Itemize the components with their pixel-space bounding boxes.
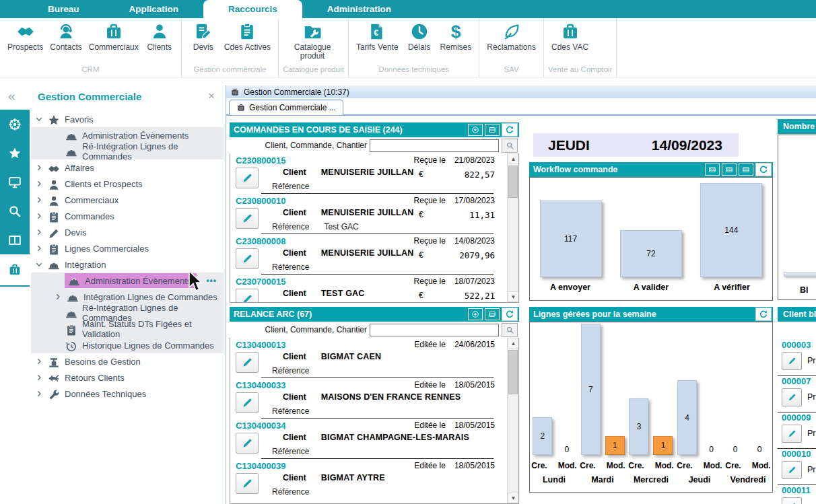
ribbon-button-tarifs-vente[interactable]: €Tarifs Vente xyxy=(353,22,402,52)
edit-client-button[interactable] xyxy=(782,497,802,504)
grid-view-button[interactable] xyxy=(705,164,720,176)
tree-item-historique-lignes-de-commandes[interactable]: Historique Lignes de Commandes xyxy=(31,337,224,353)
activity-monitor[interactable] xyxy=(0,168,30,196)
order-id-link[interactable]: C130400034 xyxy=(236,421,285,431)
chevron-right-icon[interactable] xyxy=(54,293,66,301)
client-id-link[interactable]: 000010 xyxy=(782,449,811,459)
edit-order-button[interactable] xyxy=(236,352,259,373)
ribbon-button-catalogue-produit[interactable]: Catalogue produit xyxy=(283,22,342,61)
chevron-right-icon[interactable] xyxy=(35,390,47,398)
tree-item-lignes-commerciales[interactable]: Lignes Commerciales xyxy=(31,240,224,256)
ribbon-button-reclamations[interactable]: Reclamations xyxy=(483,22,539,52)
refresh-button[interactable] xyxy=(502,308,518,321)
scrollbar-thumb[interactable] xyxy=(508,166,518,198)
chevron-right-icon[interactable] xyxy=(35,244,47,252)
bar-a-envoyer[interactable]: 117 xyxy=(540,201,602,277)
ribbon-button-remises[interactable]: $Remises xyxy=(437,22,475,52)
refresh-button[interactable] xyxy=(502,123,518,137)
bar-mercredi-mod[interactable]: 1 xyxy=(653,436,673,455)
edit-order-button[interactable] xyxy=(236,433,259,454)
edit-order-button[interactable] xyxy=(236,248,259,269)
scrollbar[interactable]: ▲ ▼ xyxy=(507,338,518,503)
ribbon-button-cdes-actives[interactable]: Cdes Actives xyxy=(221,22,274,52)
search-button[interactable] xyxy=(502,323,518,337)
ribbon-button-devis[interactable]: Devis xyxy=(186,22,221,52)
client-id-link[interactable]: 000011 xyxy=(782,485,811,495)
activity-search[interactable] xyxy=(0,196,30,225)
scroll-down-icon[interactable]: ▼ xyxy=(508,291,519,302)
chevron-right-icon[interactable] xyxy=(35,164,47,172)
grid-view-button[interactable] xyxy=(485,308,500,320)
activity-star[interactable] xyxy=(0,139,30,168)
edit-client-button[interactable] xyxy=(782,388,802,406)
chevron-right-icon[interactable] xyxy=(35,228,47,236)
tree-item-retours-clients[interactable]: Retours Clients xyxy=(31,369,224,386)
grid-view-button[interactable] xyxy=(485,124,500,136)
client-id-link[interactable]: 000003 xyxy=(782,340,811,350)
order-id-link[interactable]: C230800015 xyxy=(236,155,285,166)
ribbon-tab-administration[interactable]: Administration xyxy=(302,0,416,18)
bar-mardi-mod[interactable]: 1 xyxy=(605,436,625,455)
edit-client-button[interactable] xyxy=(782,461,802,479)
chevron-right-icon[interactable] xyxy=(35,196,47,204)
more-options-icon[interactable]: ••• xyxy=(206,276,217,285)
chevron-down-icon[interactable] xyxy=(35,260,47,268)
ribbon-button-clients[interactable]: Clients xyxy=(142,22,177,52)
ribbon-button-contacts[interactable]: Contacts xyxy=(46,22,85,52)
refresh-button[interactable] xyxy=(755,308,772,321)
ribbon-button-delais[interactable]: Délais xyxy=(402,22,437,52)
edit-client-button[interactable] xyxy=(782,425,802,443)
chevron-right-icon[interactable] xyxy=(35,212,47,220)
search-input[interactable] xyxy=(370,324,499,336)
scrollbar-thumb[interactable] xyxy=(508,350,518,394)
tree-item-re-integration-lignes-de-commandes[interactable]: Ré-Intégration Lignes de Commandes xyxy=(31,143,224,159)
order-id-link[interactable]: C130400013 xyxy=(236,340,285,350)
order-id-link[interactable]: C130400039 xyxy=(236,461,285,471)
edit-client-button[interactable] xyxy=(782,352,802,370)
document-tab[interactable]: Gestion Commerciale ... xyxy=(229,100,343,115)
ribbon-tab-bureau[interactable]: Bureau xyxy=(23,0,104,18)
edit-order-button[interactable] xyxy=(236,392,259,413)
activity-wheel[interactable] xyxy=(0,110,30,139)
ribbon-button-commerciaux[interactable]: Commerciaux xyxy=(86,22,142,52)
bar-a-verifier[interactable]: 144 xyxy=(700,183,762,277)
edit-order-button[interactable] xyxy=(236,208,259,229)
bar-a-valider[interactable]: 72 xyxy=(620,230,682,277)
search-input[interactable] xyxy=(370,139,499,152)
refresh-button[interactable] xyxy=(755,163,772,176)
client-id-link[interactable]: 000009 xyxy=(782,412,811,423)
bar-mercredi-cre[interactable]: 3 xyxy=(629,398,648,455)
order-id-link[interactable]: C230800008 xyxy=(236,236,285,246)
ribbon-button-prospects[interactable]: Prospects xyxy=(4,22,46,52)
client-id-link[interactable]: 000007 xyxy=(782,376,811,386)
order-id-link[interactable]: C130400033 xyxy=(236,380,285,390)
ribbon-button-cdes-vac[interactable]: Cdes VAC xyxy=(548,22,592,52)
search-button[interactable] xyxy=(502,139,518,153)
scroll-up-icon[interactable]: ▲ xyxy=(508,338,519,349)
tree-item-commerciaux[interactable]: Commerciaux xyxy=(31,192,224,208)
add-button[interactable] xyxy=(468,124,483,136)
tree-item-commandes[interactable]: Commandes xyxy=(31,208,224,224)
add-button[interactable] xyxy=(468,308,483,320)
edit-order-button[interactable] xyxy=(236,473,259,494)
tree-item-devis[interactable]: Devis xyxy=(31,224,224,240)
grid-view-button[interactable] xyxy=(739,164,753,176)
order-id-link[interactable]: C230700015 xyxy=(236,277,285,287)
tree-item-favoris[interactable]: Favoris xyxy=(31,111,224,127)
grid-view-button[interactable] xyxy=(722,164,737,176)
scrollbar[interactable]: ▲ ▼ xyxy=(507,153,518,302)
activity-columns[interactable] xyxy=(0,225,30,254)
bar-mardi-cre[interactable]: 7 xyxy=(581,324,601,455)
order-id-link[interactable]: C230800010 xyxy=(236,196,285,206)
tree-item-maint-statuts-dts-figees-et-validation[interactable]: Maint. Statuts DTs Figées et Validation xyxy=(31,321,224,337)
tree-item-donnees-techniques[interactable]: Données Techniques xyxy=(31,386,224,402)
tree-item-besoins-de-gestion[interactable]: Besoins de Gestion xyxy=(31,353,224,369)
tree-item-clients-et-prospects[interactable]: Clients et Prospects xyxy=(31,176,224,192)
tree-item-integration[interactable]: Intégration xyxy=(31,256,224,273)
scroll-up-icon[interactable]: ▲ xyxy=(508,153,519,164)
activity-briefcase[interactable] xyxy=(0,254,30,285)
ribbon-tab-application[interactable]: Application xyxy=(104,0,204,18)
edit-order-button[interactable] xyxy=(236,289,259,303)
ribbon-tab-raccourcis[interactable]: Raccourcis xyxy=(203,0,302,18)
tree-item-affaires[interactable]: Affaires xyxy=(31,159,224,176)
